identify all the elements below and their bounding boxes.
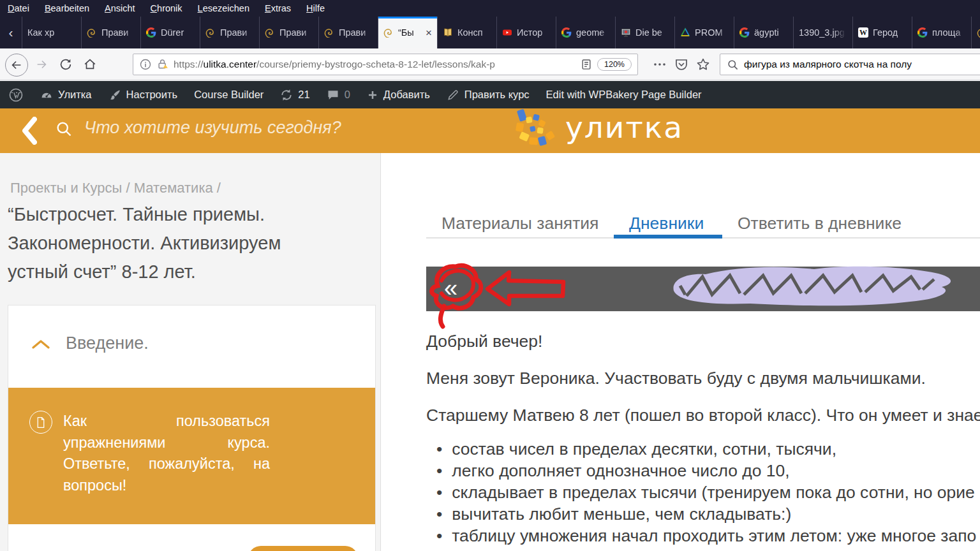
- browser-tab[interactable]: [971, 17, 980, 48]
- purple-redaction-scribble: [673, 267, 951, 306]
- menu-file[interactable]: Datei: [0, 3, 37, 13]
- breadcrumb[interactable]: Проекты и Курсы / Математика /: [10, 180, 221, 196]
- browser-tab[interactable]: WГерод: [852, 17, 912, 48]
- search-icon: [727, 59, 739, 71]
- browser-search-input[interactable]: [744, 59, 980, 70]
- browser-tab-active[interactable]: “Бы×: [378, 17, 437, 48]
- pencil-icon: [447, 89, 459, 101]
- pocket-icon[interactable]: [674, 57, 689, 72]
- wp-wpbakery-menu[interactable]: Edit with WPBakery Page Builder: [538, 81, 710, 108]
- wp-edit-course-menu[interactable]: Править курс: [438, 81, 538, 108]
- document-icon: [29, 411, 52, 434]
- screen-favicon: [621, 27, 631, 38]
- reload-button[interactable]: [59, 57, 73, 71]
- browser-tab[interactable]: ägypti: [734, 17, 793, 48]
- promt-favicon: [680, 27, 690, 38]
- book-favicon: [443, 27, 453, 38]
- snail-spiral-favicon: [265, 27, 275, 38]
- menu-bookmarks[interactable]: Lesezeichen: [190, 3, 257, 13]
- wp-comments-menu[interactable]: 0: [318, 81, 359, 108]
- browser-tab[interactable]: Прави: [259, 17, 318, 48]
- wp-logo-menu[interactable]: [0, 81, 32, 108]
- brush-icon: [108, 89, 121, 101]
- snail-spiral-favicon: [87, 27, 97, 38]
- lesson-item-active[interactable]: Как пользоваться упражнениями курса. Отв…: [8, 388, 375, 524]
- hand-drawn-annotations: [419, 258, 980, 334]
- browser-tab[interactable]: Прави: [81, 17, 140, 48]
- lesson-title: Как пользоваться упражнениями курса. Отв…: [63, 411, 270, 496]
- site-logo[interactable]: улитка: [514, 108, 683, 152]
- tab-strip: ‹ Как хр Прави Dürer Прави Прави Прави “…: [0, 17, 980, 48]
- more-options-icon[interactable]: [652, 57, 667, 72]
- plus-icon: [367, 89, 378, 101]
- tab-diaries[interactable]: Дневники: [629, 214, 704, 233]
- url-bar[interactable]: https://ulitka.center/course/priemy-byst…: [133, 54, 638, 75]
- diary-bullet-item: складывает в пределах тысячи (тренируем …: [436, 483, 975, 503]
- menu-help[interactable]: Hilfe: [299, 3, 332, 13]
- tab-reply-in-diary[interactable]: Ответить в дневнике: [738, 214, 902, 233]
- wp-new-menu[interactable]: Добавить: [359, 81, 438, 108]
- dashboard-gauge-icon: [40, 89, 53, 101]
- section-collapse-chevron-up-icon[interactable]: [31, 339, 50, 350]
- tab-scroll-left-button[interactable]: ‹: [0, 17, 22, 48]
- wp-customize-menu[interactable]: Настроить: [100, 81, 186, 108]
- site-info-icon[interactable]: [139, 58, 152, 71]
- google-favicon: [739, 27, 750, 38]
- updates-refresh-icon: [280, 89, 293, 101]
- header-search-icon[interactable]: [55, 120, 73, 138]
- diary-bullet-item: таблицу умножения начал проходить этим л…: [436, 526, 976, 546]
- forward-button[interactable]: [34, 57, 48, 71]
- wikipedia-favicon: W: [858, 27, 868, 38]
- comment-bubble-icon: [327, 89, 339, 101]
- browser-tab[interactable]: площа: [912, 17, 971, 48]
- back-button[interactable]: [5, 54, 28, 77]
- diary-entry-header-bar: «: [426, 267, 980, 311]
- tab-lesson-materials[interactable]: Материалы занятия: [442, 214, 598, 233]
- browser-tab[interactable]: Прави: [318, 17, 378, 48]
- browser-tab[interactable]: geome: [556, 17, 615, 48]
- wp-updates-menu[interactable]: 21: [272, 81, 318, 108]
- red-arrow-annotation: [487, 272, 563, 304]
- red-scribble-drip: [440, 306, 444, 327]
- active-tab-underline: [614, 235, 722, 239]
- diary-bullet-item: состав чисел в пределах десятки, сотни, …: [436, 439, 836, 459]
- menu-tools[interactable]: Extras: [257, 3, 299, 13]
- sidebar-action-button[interactable]: [248, 546, 358, 551]
- reader-mode-icon[interactable]: [580, 58, 593, 71]
- browser-search-bar[interactable]: [720, 54, 980, 75]
- browser-tab[interactable]: PROM: [674, 17, 734, 48]
- site-search-input[interactable]: [83, 117, 353, 138]
- course-outline-card: Введение. Как пользоваться упражнениями …: [8, 305, 376, 551]
- header-back-chevron[interactable]: [22, 117, 37, 145]
- browser-tab[interactable]: Как хр: [22, 17, 81, 48]
- browser-menu-bar: Datei Bearbeiten Ansicht Chronik Lesezei…: [0, 0, 980, 17]
- browser-tab[interactable]: Die be: [615, 17, 674, 48]
- collapse-double-chevron[interactable]: «: [444, 272, 457, 305]
- browser-tab[interactable]: Dürer: [140, 17, 200, 48]
- url-text: https://ulitka.center/course/priemy-byst…: [174, 59, 575, 70]
- browser-tab[interactable]: Консп: [437, 17, 496, 48]
- site-logo-text: улитка: [565, 110, 683, 145]
- lesson-main-content: Материалы занятия Дневники Ответить в дн…: [382, 153, 980, 551]
- diary-paragraph: Старшему Матвею 8 лет (пошел во второй к…: [426, 406, 980, 425]
- browser-tab[interactable]: 1390_3.jpg: [793, 17, 852, 48]
- menu-edit[interactable]: Bearbeiten: [37, 3, 97, 13]
- google-favicon: [917, 27, 928, 38]
- google-favicon: [146, 27, 156, 38]
- zoom-level-badge[interactable]: 120%: [597, 58, 632, 71]
- section-title[interactable]: Введение.: [66, 334, 149, 353]
- tab-close-icon[interactable]: ×: [426, 27, 432, 38]
- google-favicon: [561, 27, 572, 38]
- browser-tab[interactable]: Прави: [200, 17, 259, 48]
- menu-view[interactable]: Ansicht: [97, 3, 143, 13]
- youtube-favicon: [502, 27, 512, 38]
- browser-tab[interactable]: Истор: [496, 17, 556, 48]
- menu-history[interactable]: Chronik: [143, 3, 190, 13]
- lock-warning-icon[interactable]: [156, 58, 169, 71]
- bookmark-star-icon[interactable]: [695, 57, 711, 72]
- wp-site-menu[interactable]: Улитка: [32, 81, 100, 108]
- wp-course-builder-menu[interactable]: Course Builder: [186, 81, 272, 108]
- home-button[interactable]: [83, 57, 97, 71]
- diary-paragraph: Меня зовут Вероника. Участвовать буду с …: [426, 369, 926, 388]
- snail-spiral-favicon: [977, 27, 980, 38]
